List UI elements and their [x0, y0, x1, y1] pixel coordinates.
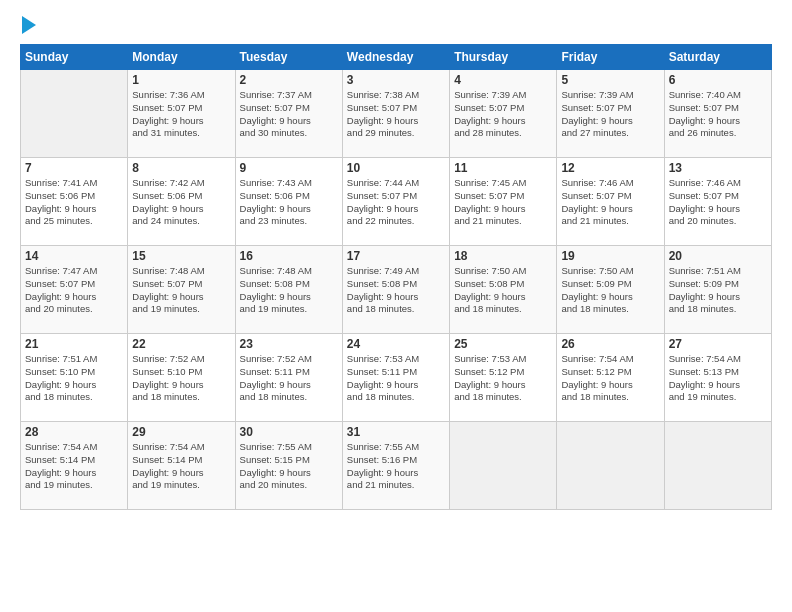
weekday-saturday: Saturday	[664, 45, 771, 70]
weekday-sunday: Sunday	[21, 45, 128, 70]
day-number: 19	[561, 249, 659, 263]
calendar-cell: 23Sunrise: 7:52 AMSunset: 5:11 PMDayligh…	[235, 334, 342, 422]
week-row-0: 1Sunrise: 7:36 AMSunset: 5:07 PMDaylight…	[21, 70, 772, 158]
day-info: Sunrise: 7:50 AMSunset: 5:09 PMDaylight:…	[561, 265, 659, 316]
calendar-cell: 28Sunrise: 7:54 AMSunset: 5:14 PMDayligh…	[21, 422, 128, 510]
day-info: Sunrise: 7:43 AMSunset: 5:06 PMDaylight:…	[240, 177, 338, 228]
day-info: Sunrise: 7:54 AMSunset: 5:12 PMDaylight:…	[561, 353, 659, 404]
day-number: 11	[454, 161, 552, 175]
day-info: Sunrise: 7:49 AMSunset: 5:08 PMDaylight:…	[347, 265, 445, 316]
calendar-cell: 4Sunrise: 7:39 AMSunset: 5:07 PMDaylight…	[450, 70, 557, 158]
day-number: 2	[240, 73, 338, 87]
logo-arrow-icon	[22, 16, 36, 34]
day-info: Sunrise: 7:46 AMSunset: 5:07 PMDaylight:…	[669, 177, 767, 228]
day-info: Sunrise: 7:51 AMSunset: 5:09 PMDaylight:…	[669, 265, 767, 316]
week-row-1: 7Sunrise: 7:41 AMSunset: 5:06 PMDaylight…	[21, 158, 772, 246]
day-number: 13	[669, 161, 767, 175]
day-info: Sunrise: 7:46 AMSunset: 5:07 PMDaylight:…	[561, 177, 659, 228]
calendar-cell: 14Sunrise: 7:47 AMSunset: 5:07 PMDayligh…	[21, 246, 128, 334]
weekday-wednesday: Wednesday	[342, 45, 449, 70]
day-number: 5	[561, 73, 659, 87]
day-info: Sunrise: 7:37 AMSunset: 5:07 PMDaylight:…	[240, 89, 338, 140]
day-number: 6	[669, 73, 767, 87]
weekday-friday: Friday	[557, 45, 664, 70]
calendar: SundayMondayTuesdayWednesdayThursdayFrid…	[20, 44, 772, 510]
day-info: Sunrise: 7:47 AMSunset: 5:07 PMDaylight:…	[25, 265, 123, 316]
day-info: Sunrise: 7:54 AMSunset: 5:14 PMDaylight:…	[25, 441, 123, 492]
day-info: Sunrise: 7:36 AMSunset: 5:07 PMDaylight:…	[132, 89, 230, 140]
day-info: Sunrise: 7:48 AMSunset: 5:08 PMDaylight:…	[240, 265, 338, 316]
weekday-tuesday: Tuesday	[235, 45, 342, 70]
weekday-thursday: Thursday	[450, 45, 557, 70]
calendar-cell: 1Sunrise: 7:36 AMSunset: 5:07 PMDaylight…	[128, 70, 235, 158]
calendar-cell: 2Sunrise: 7:37 AMSunset: 5:07 PMDaylight…	[235, 70, 342, 158]
logo	[20, 18, 36, 34]
day-info: Sunrise: 7:48 AMSunset: 5:07 PMDaylight:…	[132, 265, 230, 316]
day-number: 23	[240, 337, 338, 351]
day-info: Sunrise: 7:53 AMSunset: 5:11 PMDaylight:…	[347, 353, 445, 404]
calendar-cell: 25Sunrise: 7:53 AMSunset: 5:12 PMDayligh…	[450, 334, 557, 422]
weekday-monday: Monday	[128, 45, 235, 70]
day-info: Sunrise: 7:54 AMSunset: 5:13 PMDaylight:…	[669, 353, 767, 404]
day-info: Sunrise: 7:50 AMSunset: 5:08 PMDaylight:…	[454, 265, 552, 316]
day-info: Sunrise: 7:52 AMSunset: 5:11 PMDaylight:…	[240, 353, 338, 404]
day-info: Sunrise: 7:41 AMSunset: 5:06 PMDaylight:…	[25, 177, 123, 228]
calendar-cell: 31Sunrise: 7:55 AMSunset: 5:16 PMDayligh…	[342, 422, 449, 510]
day-info: Sunrise: 7:38 AMSunset: 5:07 PMDaylight:…	[347, 89, 445, 140]
calendar-cell: 17Sunrise: 7:49 AMSunset: 5:08 PMDayligh…	[342, 246, 449, 334]
day-number: 21	[25, 337, 123, 351]
week-row-3: 21Sunrise: 7:51 AMSunset: 5:10 PMDayligh…	[21, 334, 772, 422]
calendar-cell: 6Sunrise: 7:40 AMSunset: 5:07 PMDaylight…	[664, 70, 771, 158]
day-number: 12	[561, 161, 659, 175]
day-number: 3	[347, 73, 445, 87]
page: SundayMondayTuesdayWednesdayThursdayFrid…	[0, 0, 792, 612]
weekday-header-row: SundayMondayTuesdayWednesdayThursdayFrid…	[21, 45, 772, 70]
calendar-cell: 22Sunrise: 7:52 AMSunset: 5:10 PMDayligh…	[128, 334, 235, 422]
calendar-cell: 10Sunrise: 7:44 AMSunset: 5:07 PMDayligh…	[342, 158, 449, 246]
logo-text	[20, 18, 36, 34]
day-info: Sunrise: 7:45 AMSunset: 5:07 PMDaylight:…	[454, 177, 552, 228]
calendar-cell: 24Sunrise: 7:53 AMSunset: 5:11 PMDayligh…	[342, 334, 449, 422]
day-number: 28	[25, 425, 123, 439]
day-info: Sunrise: 7:54 AMSunset: 5:14 PMDaylight:…	[132, 441, 230, 492]
calendar-cell	[664, 422, 771, 510]
day-info: Sunrise: 7:51 AMSunset: 5:10 PMDaylight:…	[25, 353, 123, 404]
day-number: 29	[132, 425, 230, 439]
calendar-cell: 21Sunrise: 7:51 AMSunset: 5:10 PMDayligh…	[21, 334, 128, 422]
day-number: 8	[132, 161, 230, 175]
calendar-cell: 3Sunrise: 7:38 AMSunset: 5:07 PMDaylight…	[342, 70, 449, 158]
day-number: 15	[132, 249, 230, 263]
calendar-cell: 19Sunrise: 7:50 AMSunset: 5:09 PMDayligh…	[557, 246, 664, 334]
calendar-cell: 20Sunrise: 7:51 AMSunset: 5:09 PMDayligh…	[664, 246, 771, 334]
calendar-cell: 15Sunrise: 7:48 AMSunset: 5:07 PMDayligh…	[128, 246, 235, 334]
calendar-cell: 9Sunrise: 7:43 AMSunset: 5:06 PMDaylight…	[235, 158, 342, 246]
calendar-cell: 18Sunrise: 7:50 AMSunset: 5:08 PMDayligh…	[450, 246, 557, 334]
calendar-cell: 7Sunrise: 7:41 AMSunset: 5:06 PMDaylight…	[21, 158, 128, 246]
day-number: 25	[454, 337, 552, 351]
header	[20, 18, 772, 34]
week-row-2: 14Sunrise: 7:47 AMSunset: 5:07 PMDayligh…	[21, 246, 772, 334]
calendar-cell: 26Sunrise: 7:54 AMSunset: 5:12 PMDayligh…	[557, 334, 664, 422]
day-number: 10	[347, 161, 445, 175]
day-info: Sunrise: 7:55 AMSunset: 5:16 PMDaylight:…	[347, 441, 445, 492]
day-number: 20	[669, 249, 767, 263]
day-number: 27	[669, 337, 767, 351]
calendar-cell: 16Sunrise: 7:48 AMSunset: 5:08 PMDayligh…	[235, 246, 342, 334]
day-number: 16	[240, 249, 338, 263]
calendar-cell: 29Sunrise: 7:54 AMSunset: 5:14 PMDayligh…	[128, 422, 235, 510]
day-info: Sunrise: 7:40 AMSunset: 5:07 PMDaylight:…	[669, 89, 767, 140]
day-number: 30	[240, 425, 338, 439]
calendar-cell	[21, 70, 128, 158]
day-number: 1	[132, 73, 230, 87]
calendar-cell: 13Sunrise: 7:46 AMSunset: 5:07 PMDayligh…	[664, 158, 771, 246]
week-row-4: 28Sunrise: 7:54 AMSunset: 5:14 PMDayligh…	[21, 422, 772, 510]
day-number: 4	[454, 73, 552, 87]
day-info: Sunrise: 7:52 AMSunset: 5:10 PMDaylight:…	[132, 353, 230, 404]
day-info: Sunrise: 7:42 AMSunset: 5:06 PMDaylight:…	[132, 177, 230, 228]
calendar-cell: 30Sunrise: 7:55 AMSunset: 5:15 PMDayligh…	[235, 422, 342, 510]
day-info: Sunrise: 7:55 AMSunset: 5:15 PMDaylight:…	[240, 441, 338, 492]
day-number: 22	[132, 337, 230, 351]
day-number: 9	[240, 161, 338, 175]
calendar-cell	[450, 422, 557, 510]
calendar-cell: 12Sunrise: 7:46 AMSunset: 5:07 PMDayligh…	[557, 158, 664, 246]
